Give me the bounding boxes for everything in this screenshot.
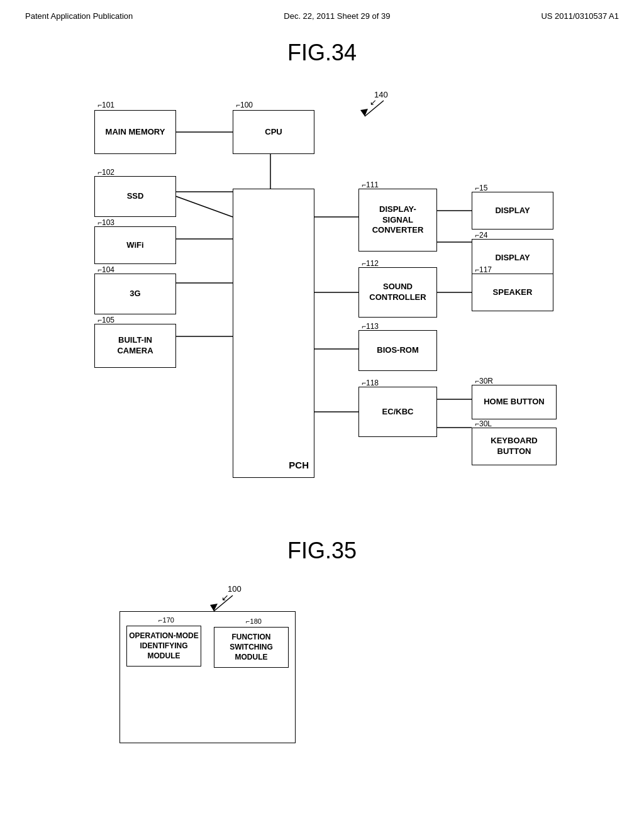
ssd-block: SSD <box>94 176 176 217</box>
ref-100: ⌐100 <box>236 101 253 109</box>
ec-kbc-block: EC/KBC <box>358 387 437 437</box>
ref-117: ⌐117 <box>475 265 492 274</box>
ref-104: ⌐104 <box>97 265 114 274</box>
arrow-140-label: ↙ <box>370 97 377 107</box>
pch-block: PCH <box>233 189 314 478</box>
op-mode-block: OPERATION-MODEIDENTIFYING MODULE <box>126 626 201 667</box>
ref-103: ⌐103 <box>97 218 114 227</box>
ref-105: ⌐105 <box>97 316 114 324</box>
fig35-section: FIG.35 100 ↙ ⌐170 OPERATION-MODEIDENTIFY… <box>0 531 644 790</box>
ref-100-fig35: 100 <box>228 584 242 594</box>
display-signal-block: DISPLAY-SIGNALCONVERTER <box>358 189 437 252</box>
fig35-title: FIG.35 <box>25 538 619 564</box>
builtin-camera-block: BUILT-INCAMERA <box>94 324 176 368</box>
ref-30l: ⌐30L <box>475 419 492 428</box>
cpu100-outer-block: ⌐170 OPERATION-MODEIDENTIFYING MODULE ⌐1… <box>119 611 296 743</box>
main-memory-block: MAIN MEMORY <box>94 110 176 154</box>
header-left: Patent Application Publication <box>25 11 133 21</box>
home-button-block: HOME BUTTON <box>472 385 557 419</box>
bios-rom-block: BIOS-ROM <box>358 330 437 371</box>
header-right: US 2011/0310537 A1 <box>541 11 619 21</box>
ref-111: ⌐111 <box>362 180 379 189</box>
svg-marker-17 <box>360 109 368 116</box>
fig35-lines <box>25 577 619 778</box>
ref-101: ⌐101 <box>97 101 114 109</box>
3g-block: 3G <box>94 274 176 314</box>
fig34-title: FIG.34 <box>25 40 619 66</box>
ref-102: ⌐102 <box>97 168 114 177</box>
sound-controller-block: SOUNDCONTROLLER <box>358 267 437 318</box>
display1-block: DISPLAY <box>472 192 553 230</box>
arrow-100-fig35: ↙ <box>221 592 229 602</box>
ref-15: ⌐15 <box>475 184 487 192</box>
header-center: Dec. 22, 2011 Sheet 29 of 39 <box>284 11 390 21</box>
ref-24: ⌐24 <box>475 231 487 240</box>
wifi-block: WiFi <box>94 226 176 264</box>
func-switch-block: FUNCTIONSWITCHING MODULE <box>214 627 289 668</box>
speaker-block: SPEAKER <box>472 274 553 311</box>
svg-marker-19 <box>210 604 218 611</box>
fig34-diagram: 140 ↙ CPU ⌐100 MAIN MEMORY ⌐101 PCH SSD … <box>25 79 619 519</box>
cpu-block: CPU <box>233 110 314 154</box>
ref-112: ⌐112 <box>362 259 379 268</box>
page-header: Patent Application Publication Dec. 22, … <box>0 0 644 27</box>
ref-118: ⌐118 <box>362 379 379 387</box>
fig34-section: FIG.34 <box>0 27 644 531</box>
keyboard-button-block: KEYBOARDBUTTON <box>472 428 557 465</box>
ref-113: ⌐113 <box>362 322 379 331</box>
ref-30r: ⌐30R <box>475 377 493 385</box>
fig35-diagram: 100 ↙ ⌐170 OPERATION-MODEIDENTIFYING MOD… <box>25 577 619 778</box>
